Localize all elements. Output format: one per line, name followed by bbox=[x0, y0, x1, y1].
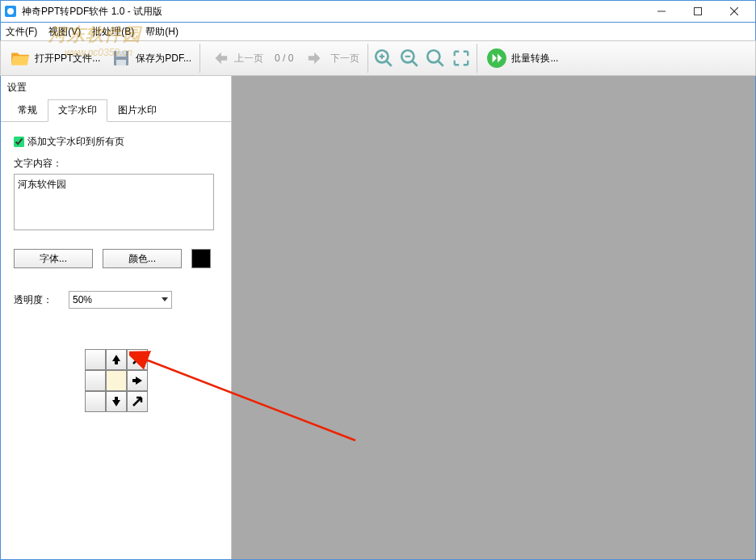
app-icon bbox=[4, 5, 17, 18]
zoom-in-button[interactable] bbox=[372, 46, 396, 70]
apply-all-pages-label: 添加文字水印到所有页 bbox=[27, 135, 124, 149]
minimize-button[interactable] bbox=[643, 1, 679, 22]
preview-area bbox=[232, 76, 755, 559]
batch-convert-button[interactable]: 批量转换... bbox=[481, 42, 563, 74]
svg-rect-5 bbox=[694, 8, 701, 15]
pos-bottom-left[interactable] bbox=[85, 391, 106, 412]
content-label: 文字内容： bbox=[14, 157, 218, 171]
title-bar: 神奇PPT转PDF软件 1.0 - 试用版 bbox=[0, 0, 756, 23]
pos-middle-left[interactable] bbox=[85, 370, 106, 391]
opacity-label: 透明度： bbox=[14, 293, 52, 307]
open-ppt-label: 打开PPT文件... bbox=[35, 52, 100, 65]
chevron-down-icon bbox=[162, 297, 168, 302]
tab-text-watermark[interactable]: 文字水印 bbox=[48, 99, 107, 122]
svg-rect-9 bbox=[116, 51, 126, 57]
pos-bottom-right[interactable] bbox=[127, 391, 148, 412]
pos-top-right[interactable] bbox=[127, 349, 148, 370]
watermark-text-input[interactable]: 河东软件园 bbox=[14, 174, 214, 230]
prev-page-label: 上一页 bbox=[234, 52, 263, 65]
opacity-select[interactable]: 50% bbox=[69, 291, 172, 309]
pos-bottom-center[interactable] bbox=[106, 391, 127, 412]
page-indicator: 0 / 0 bbox=[268, 53, 300, 64]
menu-file[interactable]: 文件(F) bbox=[6, 25, 37, 39]
save-pdf-label: 保存为PDF... bbox=[136, 52, 191, 65]
color-button[interactable]: 颜色... bbox=[103, 249, 182, 268]
color-swatch[interactable] bbox=[191, 249, 211, 268]
zoom-out-button[interactable] bbox=[397, 46, 422, 70]
opacity-value: 50% bbox=[73, 294, 92, 305]
svg-point-3 bbox=[7, 8, 14, 15]
maximize-button[interactable] bbox=[679, 1, 716, 22]
window-title: 神奇PPT转PDF软件 1.0 - 试用版 bbox=[22, 5, 643, 19]
menu-help[interactable]: 帮助(H) bbox=[145, 25, 178, 39]
position-grid bbox=[14, 349, 218, 412]
toolbar-separator bbox=[477, 44, 477, 73]
open-ppt-button[interactable]: 打开PPT文件... bbox=[4, 42, 105, 74]
fast-forward-icon bbox=[485, 47, 508, 69]
settings-tabs: 常规 文字水印 图片水印 bbox=[1, 99, 231, 122]
menu-batch[interactable]: 批处理(B) bbox=[92, 25, 134, 39]
settings-header: 设置 bbox=[1, 76, 231, 99]
arrow-right-icon bbox=[304, 47, 327, 69]
pos-top-left[interactable] bbox=[85, 349, 106, 370]
prev-page-button[interactable]: 上一页 bbox=[204, 42, 268, 74]
svg-point-18 bbox=[428, 50, 440, 62]
next-page-label: 下一页 bbox=[330, 52, 359, 65]
save-icon bbox=[110, 47, 132, 69]
tab-text-watermark-body: 添加文字水印到所有页 文字内容： 河东软件园 字体... 颜色... 透明度： … bbox=[1, 122, 231, 425]
menu-bar: 文件(F) 视图(V) 批处理(B) 帮助(H) bbox=[0, 23, 756, 40]
apply-all-pages-row[interactable]: 添加文字水印到所有页 bbox=[14, 135, 218, 149]
menu-view[interactable]: 视图(V) bbox=[48, 25, 81, 39]
svg-rect-22 bbox=[115, 397, 118, 401]
svg-line-12 bbox=[387, 61, 393, 66]
apply-all-pages-checkbox[interactable] bbox=[14, 137, 24, 147]
fullscreen-button[interactable] bbox=[449, 46, 473, 70]
svg-line-16 bbox=[413, 61, 418, 66]
batch-convert-label: 批量转换... bbox=[511, 52, 558, 65]
next-page-button[interactable]: 下一页 bbox=[300, 42, 364, 74]
svg-rect-10 bbox=[116, 60, 126, 65]
pos-top-center[interactable] bbox=[106, 349, 127, 370]
settings-panel: 设置 常规 文字水印 图片水印 添加文字水印到所有页 文字内容： 河东软件园 字… bbox=[1, 76, 232, 559]
close-button[interactable] bbox=[716, 1, 752, 22]
tab-general[interactable]: 常规 bbox=[7, 99, 48, 121]
pos-middle-center[interactable] bbox=[106, 370, 127, 391]
svg-line-19 bbox=[439, 61, 444, 66]
font-button[interactable]: 字体... bbox=[14, 249, 93, 268]
zoom-fit-button[interactable] bbox=[423, 46, 447, 70]
pos-middle-right[interactable] bbox=[127, 370, 148, 391]
toolbar: 打开PPT文件... 保存为PDF... 上一页 0 / 0 下一页 bbox=[0, 40, 756, 76]
save-pdf-button[interactable]: 保存为PDF... bbox=[105, 42, 196, 74]
toolbar-separator bbox=[200, 44, 200, 73]
arrow-left-icon bbox=[208, 47, 231, 69]
toolbar-separator bbox=[368, 44, 368, 73]
tab-image-watermark[interactable]: 图片水印 bbox=[107, 99, 167, 121]
svg-rect-21 bbox=[115, 360, 118, 364]
folder-open-icon bbox=[9, 47, 32, 69]
